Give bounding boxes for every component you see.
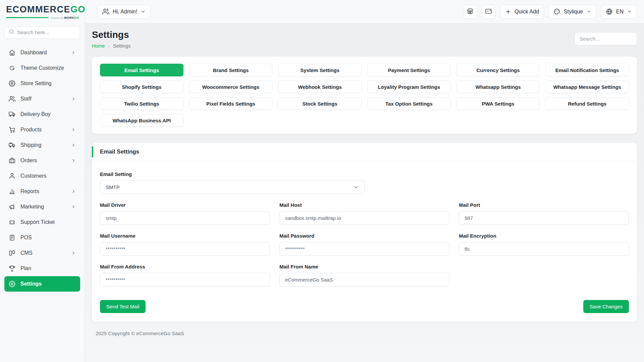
bar-chart-icon: [9, 188, 15, 195]
sidebar-item-theme-customize[interactable]: Theme Customize: [4, 60, 80, 76]
sidebar-item-customers[interactable]: Customers: [4, 168, 80, 184]
tab-refund-settings[interactable]: Refund Settings: [545, 97, 629, 110]
mail-from-address-input[interactable]: [100, 273, 270, 287]
tab-webhook-settings[interactable]: Webhook Settings: [278, 80, 362, 93]
sidebar-item-staff[interactable]: Staff: [4, 91, 80, 107]
sidebar-search-input[interactable]: [17, 29, 84, 35]
ticket-icon: [9, 219, 15, 226]
field-label: Mail Username: [100, 233, 270, 239]
chevron-right-icon: [71, 158, 76, 163]
mail-host-input[interactable]: [279, 211, 449, 225]
sidebar-item-delivery-boy[interactable]: Delivery Boy: [4, 107, 80, 122]
chevron-right-icon: [71, 204, 76, 209]
send-test-mail-button[interactable]: Send Test Mail: [100, 300, 146, 313]
megaphone-icon: [9, 203, 15, 210]
tab-loyality-program-settings[interactable]: Loyality Program Settings: [367, 80, 451, 93]
save-changes-button[interactable]: Save Changes: [583, 300, 629, 313]
email-setting-selected-value: SMTP: [106, 184, 353, 190]
sidebar-item-settings[interactable]: Settings: [4, 276, 80, 292]
field-mail-from-address: Mail From Address: [100, 264, 270, 287]
tab-woocommerce-settings[interactable]: Woocommerce Settings: [189, 80, 273, 93]
sidebar-item-orders[interactable]: Orders: [4, 153, 80, 168]
chevron-down-icon: [353, 184, 359, 190]
content-area: Settings Home › Settings Email SettingsB…: [85, 23, 644, 362]
sidebar-item-plan[interactable]: Plan: [4, 261, 80, 276]
tab-email-settings[interactable]: Email Settings: [100, 64, 183, 76]
stylique-label: Stylique: [564, 9, 583, 15]
sidebar-item-label: Settings: [20, 281, 76, 287]
language-button[interactable]: EN: [601, 5, 637, 19]
user-menu-button[interactable]: Hi, Admin!: [97, 5, 151, 19]
breadcrumb-separator: ›: [108, 44, 110, 49]
tab-brand-settings[interactable]: Brand Settings: [189, 64, 273, 76]
settings-tabs-grid: Email SettingsBrand SettingsSystem Setti…: [100, 64, 629, 127]
page-title: Settings: [92, 29, 130, 40]
tab-whatsapp-message-settings[interactable]: Whatsapp Message Settings: [545, 80, 629, 93]
mail-driver-input[interactable]: [100, 211, 270, 225]
mail-password-input[interactable]: [279, 242, 449, 256]
mail-encryption-input[interactable]: [459, 242, 629, 256]
sidebar-item-support-ticket[interactable]: Support Ticket: [4, 215, 80, 230]
brand-logo-text: ECOMMERCEGO: [6, 5, 79, 15]
brand-logo[interactable]: ECOMMERCEGO Powered By WORKDO: [0, 0, 85, 22]
topbar: Hi, Admin! Quick Add Stylique: [85, 0, 644, 23]
sidebar-item-label: Marketing: [20, 204, 66, 210]
field-mail-port: Mail Port: [459, 202, 629, 225]
email-setting-select[interactable]: SMTP: [100, 180, 365, 194]
cart-icon: [9, 126, 15, 133]
sidebar-search[interactable]: [4, 26, 80, 39]
email-settings-panel: Email Settings Email Setting SMTP Mail D…: [92, 143, 637, 322]
mail-username-input[interactable]: [100, 242, 270, 256]
breadcrumb: Home › Settings: [92, 43, 130, 49]
sidebar-item-store-setting[interactable]: Store Setting: [4, 76, 80, 91]
chevron-right-icon: [71, 189, 76, 194]
palette-icon: [553, 8, 560, 15]
sidebar-item-label: Delivery Boy: [20, 111, 76, 117]
sidebar-item-label: Staff: [20, 96, 66, 102]
pos-terminal-icon: [9, 234, 15, 241]
plus-icon: [505, 9, 511, 15]
sidebar-item-cms[interactable]: CMS: [4, 245, 80, 261]
tab-whatsapp-settings[interactable]: Whatsapp Settings: [457, 80, 540, 93]
sidebar-item-marketing[interactable]: Marketing: [4, 199, 80, 215]
mail-port-input[interactable]: [459, 211, 629, 225]
sidebar-item-label: Customers: [20, 173, 76, 179]
chevron-down-icon: [586, 9, 591, 14]
tab-pixel-fields-settings[interactable]: Pixel Fields Settings: [189, 97, 273, 110]
powered-by-label: Powered By WORKDO: [51, 16, 79, 19]
sidebar-item-label: Store Setting: [20, 80, 76, 86]
home-icon: [9, 49, 15, 56]
sidebar-item-products[interactable]: Products: [4, 122, 80, 137]
settings-tabs-card: Email SettingsBrand SettingsSystem Setti…: [92, 57, 637, 134]
tab-tax-option-settings[interactable]: Tax Option Settings: [367, 97, 451, 110]
page-search[interactable]: [575, 32, 637, 45]
gear-icon: [9, 80, 15, 87]
sidebar-item-label: Plan: [20, 265, 76, 272]
field-label: Mail Driver: [100, 202, 270, 208]
mail-from-name-input[interactable]: [279, 273, 449, 287]
tab-shopify-settings[interactable]: Shopify Settings: [100, 80, 183, 93]
page-search-input[interactable]: [580, 36, 632, 42]
stylique-button[interactable]: Stylique: [548, 5, 596, 19]
field-label: Mail Password: [279, 233, 449, 239]
sidebar-item-label: POS: [20, 235, 76, 241]
sidebar-item-reports[interactable]: Reports: [4, 184, 80, 199]
tab-payment-settings[interactable]: Payment Settings: [367, 64, 451, 76]
quick-add-button[interactable]: Quick Add: [500, 5, 544, 19]
sidebar-item-pos[interactable]: POS: [4, 230, 80, 245]
tab-currency-settings[interactable]: Currency Settings: [457, 64, 540, 76]
storefront-button[interactable]: [463, 5, 477, 19]
sidebar-item-shipping[interactable]: Shipping: [4, 137, 80, 153]
tab-pwa-settings[interactable]: PWA Settings: [457, 97, 540, 110]
tab-twilio-settings[interactable]: Twilio Settings: [100, 97, 183, 110]
sidebar-item-dashboard[interactable]: Dashboard: [4, 45, 80, 60]
tab-email-notification-settings[interactable]: Email Notification Settings: [545, 64, 629, 76]
users-icon: [102, 8, 109, 15]
mail-button[interactable]: [482, 5, 496, 19]
breadcrumb-home-link[interactable]: Home: [92, 43, 105, 49]
tab-stock-settings[interactable]: Stock Settings: [278, 97, 362, 110]
trophy-icon: [9, 265, 15, 272]
tab-whatsapp-business-api[interactable]: WhatsApp Business API: [100, 114, 183, 127]
tab-system-settings[interactable]: System Settings: [278, 64, 362, 76]
gear-icon: [9, 281, 15, 287]
